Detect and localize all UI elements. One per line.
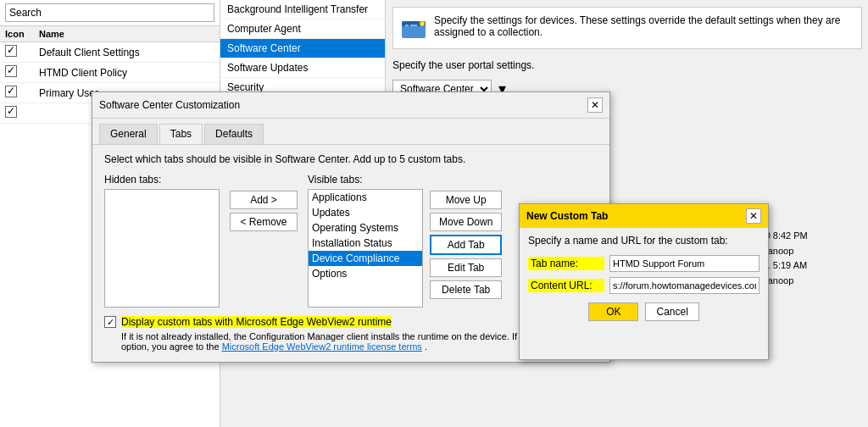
item-icon-4	[5, 106, 39, 120]
add-btn[interactable]: Add >	[230, 191, 298, 209]
item-icon-1	[5, 45, 39, 59]
webview2-checkbox[interactable]	[104, 316, 116, 328]
customization-close-btn[interactable]: ✕	[587, 97, 603, 113]
list-header: Icon Name	[0, 26, 220, 42]
search-box[interactable]	[0, 0, 220, 26]
tab-tabs[interactable]: Tabs	[159, 124, 203, 144]
right-info-box: ✓ Specify the settings for devices. Thes…	[392, 7, 862, 49]
new-tab-title: New Custom Tab	[526, 210, 608, 222]
tab-name-input[interactable]	[609, 255, 760, 272]
info-text: Specify the settings for devices. These …	[434, 14, 854, 38]
delete-tab-btn[interactable]: Delete Tab	[430, 280, 502, 299]
content-url-row: Content URL:	[528, 277, 760, 294]
webview2-link[interactable]: Microsoft Edge WebView2 runtime license …	[222, 341, 422, 352]
customization-title: Software Center Customization	[99, 99, 240, 111]
visible-tab-item-os[interactable]: Operating Systems	[309, 220, 422, 236]
customization-title-bar: Software Center Customization ✕	[92, 92, 609, 119]
checkbox-icon	[5, 45, 17, 57]
main-window: Icon Name Default Client Settings HTMD C…	[0, 0, 868, 427]
visible-tabs-listbox[interactable]: Applications Updates Operating Systems I…	[308, 189, 423, 308]
list-item[interactable]: HTMD Client Policy	[0, 63, 220, 83]
list-item[interactable]: Default Client Settings	[0, 42, 220, 63]
move-down-btn[interactable]: Move Down	[430, 213, 502, 231]
ok-button[interactable]: OK	[588, 302, 638, 321]
visible-tabs-column: Visible tabs: Applications Updates Opera…	[308, 174, 423, 308]
svg-rect-3	[410, 25, 417, 26]
cancel-button[interactable]: Cancel	[645, 302, 698, 321]
middle-item-software-center[interactable]: Software Center	[220, 39, 385, 58]
search-input[interactable]	[5, 3, 214, 22]
new-tab-desc: Specify a name and URL for the custom ta…	[528, 235, 760, 247]
visible-tab-item-applications[interactable]: Applications	[309, 190, 422, 205]
info-icon: ✓	[400, 14, 427, 42]
visible-tab-item-options[interactable]: Options	[309, 266, 422, 281]
visible-tab-item-install-status[interactable]: Installation Status	[309, 236, 422, 251]
new-tab-close-btn[interactable]: ✕	[746, 208, 761, 224]
svg-rect-2	[405, 25, 409, 26]
hidden-tabs-label: Hidden tabs:	[104, 174, 220, 186]
item-name-1: Default Client Settings	[39, 47, 214, 58]
checkbox-icon	[5, 65, 17, 77]
checkbox-icon	[5, 106, 17, 118]
checkbox-icon	[5, 86, 17, 97]
visible-tabs-label: Visible tabs:	[308, 174, 423, 186]
dialog-desc: Select which tabs should be visible in S…	[104, 153, 598, 165]
tab-defaults[interactable]: Defaults	[204, 124, 264, 144]
new-tab-dialog: New Custom Tab ✕ Specify a name and URL …	[519, 203, 769, 360]
edit-tab-btn[interactable]: Edit Tab	[430, 258, 502, 277]
svg-text:✓: ✓	[421, 21, 425, 26]
new-tab-title-bar: New Custom Tab ✕	[520, 204, 768, 228]
tab-name-row: Tab name:	[528, 255, 760, 272]
move-buttons: Move Up Move Down Add Tab Edit Tab Delet…	[430, 191, 502, 299]
middle-item-software-updates[interactable]: Software Updates	[220, 58, 385, 78]
hidden-tabs-column: Hidden tabs:	[104, 174, 220, 308]
item-icon-3	[5, 86, 39, 100]
name-col-header: Name	[39, 29, 214, 39]
remove-btn[interactable]: < Remove	[230, 213, 298, 231]
new-tab-content: Specify a name and URL for the custom ta…	[520, 228, 768, 328]
tab-name-label: Tab name:	[528, 257, 604, 270]
content-url-label: Content URL:	[528, 279, 604, 292]
user-portal-label: Specify the user portal settings.	[392, 59, 862, 71]
content-url-input[interactable]	[609, 277, 760, 294]
move-up-btn[interactable]: Move Up	[430, 191, 502, 209]
middle-panel: Background Intelligent Transfer Computer…	[220, 0, 386, 93]
tab-general[interactable]: General	[99, 124, 158, 144]
visible-tab-item-updates[interactable]: Updates	[309, 205, 422, 220]
item-name-2: HTMD Client Policy	[39, 67, 214, 79]
add-remove-buttons: Add > < Remove	[226, 191, 301, 231]
dialog-tabs: General Tabs Defaults	[92, 119, 609, 145]
icon-col-header: Icon	[5, 29, 39, 39]
item-icon-2	[5, 65, 39, 80]
add-tab-btn[interactable]: Add Tab	[430, 235, 502, 255]
webview2-checkbox-label: Display custom tabs with Microsoft Edge …	[121, 316, 392, 328]
hidden-tabs-listbox[interactable]	[104, 189, 220, 308]
visible-tab-item-device-compliance[interactable]: Device Compliance	[309, 251, 422, 266]
middle-item-bg-transfer[interactable]: Background Intelligent Transfer	[220, 0, 385, 19]
new-tab-buttons: OK Cancel	[528, 302, 760, 321]
middle-item-computer-agent[interactable]: Computer Agent	[220, 19, 385, 39]
